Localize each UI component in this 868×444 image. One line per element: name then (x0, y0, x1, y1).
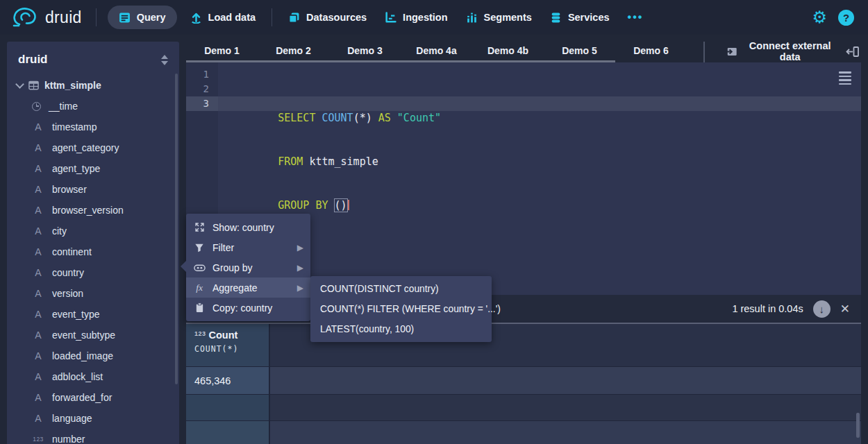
query-tab[interactable]: Demo 3 (329, 40, 401, 62)
table-row-filler (270, 367, 861, 394)
sidebar-column[interactable]: country (7, 262, 179, 283)
nav-item-label: Ingestion (403, 12, 447, 23)
query-tab[interactable]: Demo 4b (472, 40, 544, 62)
column-type-icon (32, 184, 44, 195)
sidebar-column[interactable]: __time (7, 96, 179, 117)
services-icon (550, 12, 562, 24)
sidebar-column[interactable]: agent_category (7, 137, 179, 158)
sidebar-column[interactable]: timestamp (7, 117, 179, 137)
collapse-panel-button[interactable] (846, 40, 861, 62)
datasource-row[interactable]: kttm_simple (7, 75, 179, 96)
submenu-chevron-icon: ▶ (297, 243, 303, 253)
column-type-icon (32, 392, 44, 403)
sidebar-column[interactable]: event_type (7, 304, 179, 325)
nav-item-more[interactable]: ••• (619, 0, 653, 35)
submenu-item[interactable]: COUNT(*) FILTER (WHERE country = '...') (310, 299, 492, 319)
segments-icon (466, 12, 478, 24)
sql-token: kttm_simple (309, 155, 378, 168)
column-type-icon (32, 225, 44, 237)
query-tab[interactable]: Demo 6 (615, 40, 687, 62)
context-menu-caret (181, 260, 187, 273)
nav-item-ingestion[interactable]: Ingestion (376, 0, 456, 35)
nav-item-segments[interactable]: Segments (457, 0, 541, 35)
connect-external-data-button[interactable]: Connect external data (716, 40, 846, 62)
nav-item-datasources[interactable]: Datasources (279, 0, 376, 35)
sql-line-2: FROM kttm_simple (218, 140, 861, 155)
menu-item-group-by[interactable]: Group by ▶ (186, 257, 310, 278)
nav-item-label: Load data (208, 12, 256, 23)
query-tab[interactable]: Demo 4a (401, 40, 472, 62)
druid-logo[interactable]: druid (7, 7, 89, 28)
menu-item-label: Show: country (212, 222, 274, 233)
line-number: 1 (186, 67, 218, 82)
menu-item-copy[interactable]: Copy: country (186, 298, 310, 318)
count-value-cell[interactable]: 465,346 (186, 367, 270, 394)
submenu-item[interactable]: COUNT(DISTINCT country) (310, 279, 492, 299)
sidebar-column[interactable]: agent_type (7, 158, 179, 179)
sidebar-column[interactable]: forwarded_for (7, 387, 179, 408)
sidebar-column[interactable]: event_subtype (7, 325, 179, 345)
sort-icon[interactable] (161, 55, 168, 65)
sidebar-column[interactable]: version (7, 283, 179, 304)
schema-sidebar: druid kttm_simple __time (7, 42, 179, 444)
text-cursor (348, 200, 349, 210)
submenu-chevron-icon: ▶ (297, 283, 303, 293)
column-label: browser (52, 184, 87, 195)
menu-item-filter[interactable]: Filter ▶ (186, 237, 310, 257)
ingestion-icon (385, 12, 397, 24)
sql-token: SELECT (278, 112, 322, 124)
menu-item-label: Aggregate (212, 282, 258, 293)
filter-icon (193, 243, 206, 253)
query-tab[interactable]: Demo 5 (544, 40, 615, 62)
sql-token: "Count" (397, 112, 441, 124)
column-header-count[interactable]: 123Count COUNT(*) (186, 324, 270, 366)
close-results-icon[interactable]: ✕ (840, 303, 850, 315)
help-icon[interactable]: ? (838, 10, 854, 26)
column-type-icon (32, 102, 41, 111)
line-number-active: 3 (186, 96, 218, 111)
sidebar-column[interactable]: continent (7, 241, 179, 262)
submenu-chevron-icon: ▶ (297, 263, 303, 273)
nav-item-label: Services (568, 12, 610, 23)
sidebar-scrollbar[interactable] (175, 74, 178, 384)
menu-item-show[interactable]: Show: country (186, 217, 310, 237)
menu-item-aggregate[interactable]: fx Aggregate ▶ (186, 278, 310, 298)
sidebar-column[interactable]: city (7, 221, 179, 241)
line-number: 2 (186, 82, 218, 96)
more-icon: ••• (628, 11, 644, 24)
column-type-icon (32, 288, 44, 299)
column-label: agent_type (52, 163, 100, 174)
clipboard-icon (193, 302, 206, 313)
column-type-icon (32, 267, 44, 278)
sidebar-column[interactable]: browser_version (7, 200, 179, 221)
sql-line-1: SELECT COUNT(*) AS "Count" (218, 96, 861, 111)
nav-item-query[interactable]: Query (108, 6, 177, 29)
sidebar-column[interactable]: number (7, 429, 179, 444)
column-type-icon (32, 371, 44, 382)
sql-token: AS (378, 112, 397, 124)
tab-bar: Demo 1 Demo 2 Demo 3 Demo 4a Demo 4b Dem… (186, 40, 861, 62)
table-row: 465,346 (186, 367, 861, 395)
top-navbar: druid Query Load data Datasources (0, 0, 868, 35)
settings-gear-icon[interactable]: ⚙ (812, 9, 827, 26)
submenu-item[interactable]: LATEST(country, 100) (310, 319, 492, 339)
sql-token: FROM (278, 155, 309, 168)
sidebar-column[interactable]: loaded_image (7, 345, 179, 366)
nav-item-load-data[interactable]: Load data (181, 0, 265, 35)
query-tab[interactable]: Demo 1 (186, 40, 258, 62)
table-row (186, 421, 861, 444)
query-tab[interactable]: Demo 2 (258, 40, 329, 62)
editor-menu-icon[interactable] (839, 71, 851, 85)
sidebar-column[interactable]: browser (7, 179, 179, 200)
table-scrollbar[interactable] (856, 413, 860, 438)
sidebar-column[interactable]: language (7, 408, 179, 429)
datasources-icon (288, 12, 300, 24)
column-label: timestamp (52, 121, 97, 133)
column-type-icon (32, 330, 44, 341)
numeric-type-icon: 123 (194, 330, 206, 337)
sql-token: GROUP BY (278, 199, 334, 212)
column-label: loaded_image (52, 350, 113, 361)
nav-item-services[interactable]: Services (541, 0, 619, 35)
sidebar-column[interactable]: adblock_list (7, 366, 179, 387)
download-results-button[interactable]: ↓ (813, 300, 831, 318)
